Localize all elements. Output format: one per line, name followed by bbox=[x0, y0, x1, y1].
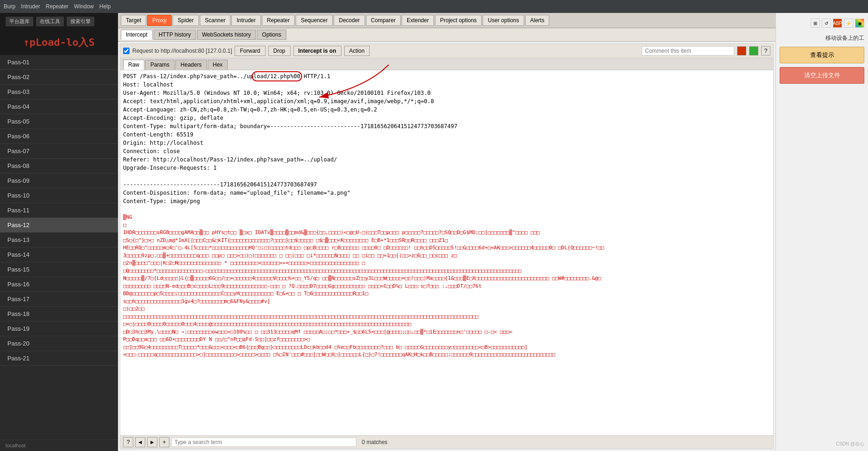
system-icon-1[interactable]: ⊞ bbox=[811, 19, 820, 28]
pass-18-item[interactable]: Pass-18 bbox=[0, 307, 118, 321]
subtab-intercept[interactable]: Intercept bbox=[121, 30, 153, 40]
pass-06-item[interactable]: Pass-06 bbox=[0, 129, 118, 144]
clear-upload-button[interactable]: 清空上传文件 bbox=[780, 67, 864, 84]
request-line-7: Content-Type: multipart/form-data; bound… bbox=[123, 122, 770, 130]
pass-15-item[interactable]: Pass-15 bbox=[0, 262, 118, 277]
request-line-10: Connection: close bbox=[123, 147, 770, 155]
add-search-btn[interactable]: + bbox=[159, 437, 169, 447]
spacer bbox=[780, 87, 864, 437]
color-red-button[interactable] bbox=[737, 46, 746, 56]
tab-project-options[interactable]: Project options bbox=[435, 15, 482, 26]
logo-text: ↑pLoad-lo入S bbox=[6, 36, 112, 49]
tab-alerts[interactable]: Alerts bbox=[525, 15, 550, 26]
pass-01-item[interactable]: Pass-01 bbox=[0, 55, 118, 70]
content-tabs: Raw Params Headers Hex bbox=[120, 58, 773, 70]
request-content-type: Content-Type: image/png bbox=[123, 197, 770, 205]
prev-match-btn[interactable]: ◄ bbox=[135, 437, 145, 447]
pass-12-item[interactable]: Pass-12 bbox=[0, 218, 118, 233]
binary-content-10: BB@□□□□□□□p□5□□□□;□□□□□□□□□□□□□□C□□□yH□□… bbox=[123, 290, 770, 298]
drop-button[interactable]: Drop bbox=[268, 46, 291, 56]
pass-09-item[interactable]: Pass-09 bbox=[0, 173, 118, 188]
main-container: 平台题库 在线工具 搜索引擎 ↑pLoad-lo入S Pass-01 Pass-… bbox=[0, 13, 868, 451]
pass-14-item[interactable]: Pass-14 bbox=[0, 247, 118, 262]
pass-19-item[interactable]: Pass-19 bbox=[0, 321, 118, 336]
menu-help[interactable]: Help bbox=[99, 3, 111, 10]
tab-decoder[interactable]: Decoder bbox=[334, 15, 365, 26]
sidebar-header: 平台题库 在线工具 搜索引擎 bbox=[0, 13, 118, 30]
tab-sequencer[interactable]: Sequencer bbox=[296, 15, 333, 26]
request-line-3: User-Agent: Mozilla/5.0 (Windows NT 10.0… bbox=[123, 89, 770, 97]
extensions-icon[interactable]: ⚡ bbox=[844, 19, 853, 28]
pass-16-item[interactable]: Pass-16 bbox=[0, 277, 118, 292]
forward-button[interactable]: Forward bbox=[235, 46, 265, 56]
tab-scanner[interactable]: Scanner bbox=[200, 15, 231, 26]
binary-content-7: □Q□□□□□□□□*□□□□□□□□□□□□□□□☆□□□□□□□□□□□□□… bbox=[123, 267, 770, 275]
online-tools-btn[interactable]: 在线工具 bbox=[36, 17, 64, 26]
tab-raw[interactable]: Raw bbox=[123, 60, 144, 70]
binary-content-8: N□□□□□▒/7□{Ld□□□□□}L{□▒□□□□□6G□□/□□+□□□□… bbox=[123, 275, 770, 283]
subtab-options[interactable]: Options bbox=[257, 30, 286, 40]
menu-burp[interactable]: Burp bbox=[4, 3, 15, 10]
sidebar-footer: localhost bbox=[0, 439, 118, 451]
binary-content-9: □□□□□□□□□ □□□□N-ed□□□B□c□□□□L□□□9□□□□□□□… bbox=[123, 283, 770, 290]
abp-icon[interactable]: ABP bbox=[833, 19, 842, 28]
tab-comparer[interactable]: Comparer bbox=[366, 15, 401, 26]
pass-20-item[interactable]: Pass-20 bbox=[0, 336, 118, 351]
search-bar: ? ◄ ► + 0 matches bbox=[120, 435, 773, 449]
search-input[interactable] bbox=[171, 438, 356, 447]
platform-problems-btn[interactable]: 平台题库 bbox=[6, 17, 33, 26]
tab-extender[interactable]: Extender bbox=[402, 15, 434, 26]
request-content[interactable]: POST /Pass-12/index.php?save_path=../upl… bbox=[120, 70, 773, 435]
pass-04-item[interactable]: Pass-04 bbox=[0, 99, 118, 114]
help-search-btn[interactable]: ? bbox=[123, 437, 133, 447]
request-line-12: Upgrade-Insecure-Requests: 1 bbox=[123, 164, 770, 172]
binary-content-11: s□□h□□□□□□□□□□□□□□□3gv4□?□□□□□□□□m□6&FNy… bbox=[123, 298, 770, 306]
intercept-on-button[interactable]: Intercept is on bbox=[293, 46, 341, 56]
menu-intruder[interactable]: Intruder bbox=[21, 3, 40, 10]
tab-repeater[interactable]: Repeater bbox=[262, 15, 295, 26]
subtab-websockets-history[interactable]: WebSockets history bbox=[197, 30, 256, 40]
tab-spider[interactable]: Spider bbox=[173, 15, 199, 26]
pass-05-item[interactable]: Pass-05 bbox=[0, 114, 118, 129]
next-match-btn[interactable]: ► bbox=[147, 437, 157, 447]
tab-params[interactable]: Params bbox=[145, 60, 174, 70]
tab-intruder[interactable]: Intruder bbox=[231, 15, 260, 26]
tab-headers[interactable]: Headers bbox=[175, 60, 206, 70]
watermark: CSDN @在心 bbox=[780, 441, 864, 447]
request-disposition: Content-Disposition: form-data; name="up… bbox=[123, 189, 770, 197]
view-hint-button[interactable]: 查看提示 bbox=[780, 47, 864, 63]
menu-window[interactable]: Window bbox=[74, 3, 94, 10]
binary-content-14: □=□j□□□□0□□□□0□□□□□0□□□4□□□□@□□□□□□□□□□□… bbox=[123, 321, 770, 328]
pass-10-item[interactable]: Pass-10 bbox=[0, 188, 118, 203]
search-engine-btn[interactable]: 搜索引擎 bbox=[67, 17, 94, 26]
help-button[interactable]: ? bbox=[761, 46, 770, 56]
pass-08-item[interactable]: Pass-08 bbox=[0, 159, 118, 173]
browser-icon[interactable]: ◉ bbox=[855, 19, 864, 28]
comment-input[interactable] bbox=[642, 46, 734, 56]
action-button[interactable]: Action bbox=[344, 46, 370, 56]
pass-02-item[interactable]: Pass-02 bbox=[0, 70, 118, 85]
tab-hex[interactable]: Hex bbox=[208, 60, 228, 70]
system-icon-2[interactable]: ↺ bbox=[822, 19, 831, 28]
menu-repeater[interactable]: Repeater bbox=[46, 3, 68, 10]
intercept-checkbox[interactable] bbox=[123, 48, 130, 54]
pass-17-item[interactable]: Pass-17 bbox=[0, 292, 118, 307]
mobile-device-label: 移动设备上的工 bbox=[780, 33, 864, 43]
tab-target[interactable]: Target bbox=[121, 15, 146, 26]
request-label: Request to http://localhost:80 [127.0.0.… bbox=[132, 48, 232, 54]
pass-07-item[interactable]: Pass-07 bbox=[0, 144, 118, 159]
tab-proxy[interactable]: Proxy bbox=[147, 15, 172, 26]
system-icons: ⊞ ↺ ABP ⚡ ◉ bbox=[780, 17, 864, 30]
pass-11-item[interactable]: Pass-11 bbox=[0, 203, 118, 218]
proxy-subtabs: Intercept HTTP history WebSockets histor… bbox=[118, 28, 775, 42]
color-green-button[interactable] bbox=[749, 46, 758, 56]
binary-content-5: 3□□□□□9zp□.□□▒+□□□□□□□□□q□□□ □□p□ □□□>□□… bbox=[123, 252, 770, 260]
request-line-11: Referer: http://localhost/Pass-12/index.… bbox=[123, 155, 770, 164]
subtab-http-history[interactable]: HTTP history bbox=[154, 30, 196, 40]
request-line-5: Accept-Language: zh-CN,zh;q=0.8,zh-TW;q=… bbox=[123, 105, 770, 114]
binary-content-15: □D□3h□□3My.\□□□□N□ →;□□□□□□□□ow□□□<□100%… bbox=[123, 328, 770, 336]
pass-03-item[interactable]: Pass-03 bbox=[0, 85, 118, 99]
pass-21-item[interactable]: Pass-21 bbox=[0, 351, 118, 366]
tab-user-options[interactable]: User options bbox=[483, 15, 524, 26]
pass-13-item[interactable]: Pass-13 bbox=[0, 233, 118, 247]
